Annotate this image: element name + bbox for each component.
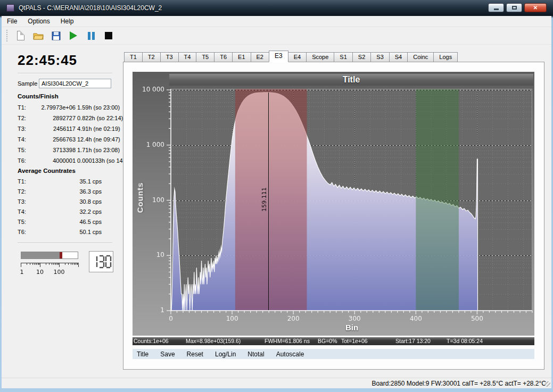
separator — [18, 73, 112, 74]
channel-label: T6: — [18, 227, 35, 237]
y-axis-label: Counts — [136, 177, 145, 219]
tab-t4[interactable]: T4 — [178, 52, 196, 62]
open-folder-button[interactable] — [31, 29, 46, 43]
separator — [18, 243, 112, 244]
count-value: 2.79973e+06 — [31, 102, 77, 113]
channel-label: T5: — [18, 145, 31, 155]
main-area: 22:45:45 Sample Counts/Finish T1:2.79973… — [2, 45, 551, 378]
finish-value: 12.4h (ne 09:47) — [77, 134, 120, 145]
app-icon — [6, 4, 14, 12]
countrate-value: 30.8 cps — [35, 197, 102, 207]
countrate-row: T3:30.8 cps — [18, 197, 102, 207]
tab-t2[interactable]: T2 — [142, 52, 160, 62]
tab-scope[interactable]: Scope — [306, 52, 334, 62]
countrate-row: T6:50.1 cps — [18, 227, 102, 237]
reset-chart-button[interactable]: Reset — [183, 350, 208, 358]
countrate-row: T1:35.1 cps — [18, 177, 102, 187]
close-button[interactable]: ✕ — [524, 3, 547, 12]
minimize-button[interactable] — [488, 3, 504, 12]
channel-label: T3: — [18, 123, 31, 134]
sample-input[interactable] — [39, 79, 111, 88]
tab-logs[interactable]: Logs — [433, 52, 458, 62]
chart-plot-area[interactable] — [133, 72, 534, 336]
menu-file[interactable]: File — [2, 16, 22, 26]
count-value: 2892727 — [31, 113, 77, 123]
tab-coinc[interactable]: Coinc — [407, 52, 433, 62]
info-item: Tot=1e+06 — [341, 338, 368, 344]
menu-options[interactable]: Options — [22, 16, 55, 26]
clock-display: 22:45:45 — [18, 52, 123, 69]
ntotal-chart-button[interactable]: Ntotal — [243, 350, 268, 358]
tab-e4[interactable]: E4 — [288, 52, 306, 62]
autoscale-chart-button[interactable]: Autoscale — [272, 350, 309, 358]
counts-finish-row: T1:2.79973e+061.59h (so 23:00) — [18, 102, 113, 113]
countrate-row: T2:36.3 cps — [18, 187, 102, 197]
title-chart-button[interactable]: Title — [133, 350, 153, 358]
count-value: 3713398 — [31, 145, 77, 155]
info-item: BG=0% — [318, 338, 337, 344]
menu-bar: File Options Help — [2, 16, 551, 27]
stop-icon — [105, 32, 112, 39]
board-status-text: Board:2850 Model:9 FW:30001 calT= +28.5°… — [372, 380, 546, 387]
counts-finish-row: T5:37133981.71h (so 23:08) — [18, 145, 113, 155]
maximize-button[interactable] — [506, 3, 522, 12]
countrate-gauge — [18, 250, 82, 276]
countrate-value: 32.2 cps — [35, 207, 102, 217]
stop-button[interactable] — [101, 29, 116, 43]
countrates-header: Average Countrates — [18, 168, 123, 174]
countrate-row: T5:46.5 cps — [18, 217, 102, 227]
save-button[interactable] — [48, 29, 63, 43]
finish-value: 4.91h (ne 02:19) — [77, 123, 120, 134]
right-panel: T1T2T3T4T5T6E1E2E3E4ScopeS1S2S3S4CoincLo… — [123, 45, 544, 378]
tab-t1[interactable]: T1 — [124, 52, 142, 62]
countrates-list: T1:35.1 cpsT2:36.3 cpsT3:30.8 cpsT4:32.2… — [18, 177, 123, 237]
count-value: 2566763 — [31, 134, 77, 145]
counts-finish-header: Counts/Finish — [18, 93, 123, 99]
tab-s4[interactable]: S4 — [389, 52, 407, 62]
info-item: Max=8.98e+03(159.6) — [186, 338, 241, 344]
window-title: QtPALS - C:\MERANIA\2018\10\AISI304L20CW… — [19, 4, 162, 12]
loglin-chart-button[interactable]: Log/Lin — [211, 350, 240, 358]
tool-bar — [2, 27, 551, 45]
tab-bar: T1T2T3T4T5T6E1E2E3E4ScopeS1S2S3S4CoincLo… — [124, 51, 458, 62]
new-file-button[interactable] — [13, 29, 28, 43]
pause-button[interactable] — [84, 29, 98, 43]
tab-t6[interactable]: T6 — [214, 52, 232, 62]
play-icon — [70, 31, 77, 40]
start-button[interactable] — [66, 29, 81, 43]
tab-s2[interactable]: S2 — [352, 52, 370, 62]
countrate-value: 46.5 cps — [35, 217, 102, 227]
info-item: Counts:1e+06 — [134, 338, 169, 344]
channel-label: T4: — [18, 134, 31, 145]
tab-content-panel: Title Counts Bin Counts:1e+06Max=8.98e+0… — [123, 62, 544, 370]
toolbar-grip[interactable] — [6, 30, 8, 41]
channel-label: T2: — [18, 187, 35, 197]
resize-grip[interactable] — [545, 381, 550, 387]
info-item: T=3d 08:05:24 — [447, 338, 483, 344]
lcd-display — [89, 251, 113, 272]
countrate-value: 36.3 cps — [35, 187, 102, 197]
tab-e3[interactable]: E3 — [269, 51, 288, 62]
new-file-icon — [17, 31, 24, 40]
channel-label: T4: — [18, 207, 35, 217]
tab-t5[interactable]: T5 — [196, 52, 214, 62]
chart-info-strip: Counts:1e+06Max=8.98e+03(159.6)FWHM=61.8… — [133, 337, 534, 345]
channel-label: T5: — [18, 217, 35, 227]
tab-t3[interactable]: T3 — [160, 52, 178, 62]
tab-e1[interactable]: E1 — [232, 52, 250, 62]
count-value: 4000001 — [31, 155, 77, 166]
spectrum-chart: Title Counts Bin — [133, 72, 534, 336]
tab-s1[interactable]: S1 — [334, 52, 352, 62]
counts-finish-row: T2:28927270.822h (so 22:14) — [18, 113, 113, 123]
info-item: FWHM=61.806 ns — [265, 338, 310, 344]
tab-s3[interactable]: S3 — [370, 52, 389, 62]
counts-finish-row: T6:40000010.000133h (so 14:18) — [18, 155, 113, 166]
tab-e2[interactable]: E2 — [251, 52, 269, 62]
pause-icon — [88, 32, 95, 40]
save-chart-button[interactable]: Save — [156, 350, 179, 358]
channel-label: T2: — [18, 113, 31, 123]
info-item: Start:17 13:20 — [395, 338, 431, 344]
title-bar: QtPALS - C:\MERANIA\2018\10\AISI304L20CW… — [0, 0, 553, 16]
menu-help[interactable]: Help — [55, 16, 79, 26]
counts-finish-row: T3:24561174.91h (ne 02:19) — [18, 123, 113, 134]
